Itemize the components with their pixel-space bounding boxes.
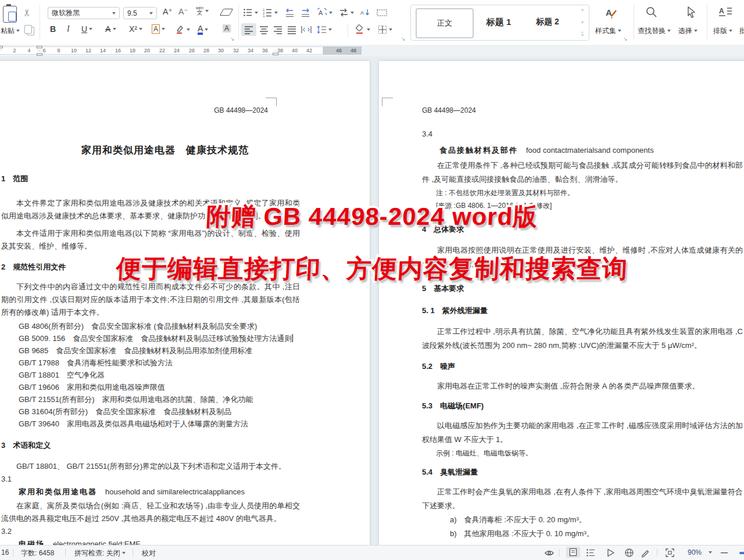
chevron-down-icon [367,28,370,31]
svg-text:A: A [719,7,724,15]
font-size-select[interactable]: 9.5 [123,7,157,19]
paste-clipboard-icon [3,6,17,23]
style-heading1[interactable]: 标题 1 [476,8,521,36]
line-spacing-button[interactable] [317,25,332,34]
page-indicator[interactable]: 16 [1,548,9,557]
strikethrough-button[interactable]: A [105,24,116,34]
font-color-button[interactable]: A [198,24,208,35]
fullscreen-button[interactable] [665,548,675,558]
styles-dialog-launcher[interactable]: ↘ [623,36,628,42]
reference-item: GB/T 19606 家用和类似用途电器噪声限值 [1,381,300,393]
clear-format-button[interactable] [221,9,231,16]
print-layout-button[interactable] [566,547,580,558]
gallery-scroll-up[interactable]: ˄ [581,8,584,13]
italic-button[interactable]: I [67,24,70,34]
highlight-button[interactable] [174,24,190,35]
section-heading: 2 规范性引用文件 [1,261,300,274]
paragraph-dialog-launcher[interactable]: ↘ [401,36,406,42]
style-heading2[interactable]: 标题 2 [525,8,570,36]
cut-button[interactable]: ✂ [22,9,33,16]
chevron-down-icon [667,30,671,32]
swap-arrows-icon [339,8,349,17]
web-layout-button[interactable] [624,548,634,558]
search-icon [645,6,658,19]
increase-indent-button[interactable] [301,8,310,17]
shrink-font-button[interactable]: A⁻ [178,7,188,16]
decrease-indent-button[interactable] [285,8,295,17]
section-heading: 3 术语和定义 [1,439,300,452]
hanging-indent-marker[interactable] [37,51,42,56]
style-set-label[interactable]: 样式集 [595,26,621,36]
copy-button[interactable] [27,27,34,35]
grow-font-button[interactable]: A⁺ [163,7,173,16]
shading-button[interactable] [355,24,370,35]
text-cursor [292,334,293,342]
font-dialog-launcher[interactable]: ↘ [230,36,235,42]
character-shading-icon: A [223,24,231,33]
numbered-list-button[interactable]: 123 [263,8,278,17]
pinyin-icon: wén文 [196,6,203,16]
select-label[interactable]: 选择 [678,26,698,36]
borders-button[interactable] [378,25,392,34]
paste-label[interactable]: 粘贴 [1,26,20,36]
right-indent-marker[interactable] [273,50,278,55]
zoom-out-button[interactable]: — [721,548,728,557]
outline-view-button[interactable] [586,548,596,558]
distribute-button[interactable] [301,25,312,34]
zoom-level[interactable]: 90% [688,548,702,557]
section-heading: 1 范围 [1,173,300,185]
bold-button[interactable]: B [50,24,56,34]
line-spacing-icon [317,25,327,34]
underline-button[interactable]: U [81,24,92,34]
align-center-icon [259,25,269,34]
style-set-button[interactable]: A [603,6,618,21]
partial-toolbar-button[interactable]: 批 [739,26,744,36]
font-name-select[interactable]: 微软雅黑 [48,7,120,19]
justify-button[interactable] [287,25,296,34]
superscript-button[interactable]: X² [129,24,142,34]
paragraph: 本文件适用于家用和类似用途电器(以下简称 “家用电器”)的设计、制造、检验、使用… [1,227,300,253]
sort-button[interactable]: A [360,8,370,17]
find-replace-label[interactable]: 查找替换 [638,26,671,36]
page-right[interactable]: GB 44498—2024 3.4 食品接触材料及部件food contactm… [379,61,744,545]
fullscreen-icon [665,548,675,558]
text-direction-button[interactable]: A [317,8,332,17]
paragraph: 在家庭、寓所及类似场合(例如 :商店、轻工业和农场等) ,由非专业人员使用的单相… [1,500,300,525]
align-center-button[interactable] [259,25,269,34]
phonetic-guide-button[interactable]: wén文 [196,6,209,16]
play-presentation-button[interactable] [606,548,616,558]
bullet-list-button[interactable] [243,8,258,17]
typeset-button[interactable]: A [718,6,732,19]
ink-annotate-button[interactable] [641,548,650,558]
align-right-icon [273,25,282,34]
paste-button[interactable] [3,6,17,23]
note: 注 : 不包括饮用水处理装置及其材料与部件。 [422,186,743,199]
proofread-button[interactable]: 校对 [142,548,156,558]
gallery-more[interactable]: ˅ [581,32,584,38]
align-left-button[interactable] [241,23,256,36]
wrap-direction-button[interactable] [339,8,354,17]
reference-item: GB/T 17988 食具消毒柜性能要求和试验方法 [1,357,300,369]
character-shading-button[interactable]: A [223,24,231,33]
horizontal-ruler[interactable]: 2 4 6 8 10 12 14 16 18 20 22 24 26 28 30… [0,45,744,56]
character-border-button[interactable]: A [152,24,165,34]
select-button[interactable] [685,6,698,19]
find-replace-button[interactable] [645,6,658,19]
gallery-scroll-down[interactable]: ˅ [581,20,584,25]
word-count[interactable]: 字数: 6458 [21,548,54,558]
align-right-button[interactable] [273,25,282,34]
read-mode-button[interactable] [544,548,555,558]
paragraph: 在正常使用条件下 ,各种已经或预期可能与食品接触 ,或其成分可能转移到食品中的材… [422,159,743,186]
zoom-menu[interactable] [707,548,712,557]
zoom-slider[interactable] [739,552,744,554]
text-direction-icon: A [317,8,327,17]
svg-text:A: A [319,9,323,16]
source-note: [来源 :GB 4806. 1—2016,2. 1,有修改] [422,199,743,212]
style-normal[interactable]: 正文 [416,8,474,38]
typeset-label[interactable]: 排版 [713,26,732,36]
show-marks-button[interactable] [377,9,387,16]
spell-check-toggle[interactable]: 拼写检查: 关闭 [74,548,126,558]
font-color-icon: A [198,24,203,35]
left-margin-marker[interactable] [0,46,3,51]
page-left[interactable]: GB 44498—2024 家用和类似用途电器 健康技术规范 1 范围 本文件界… [0,61,370,545]
